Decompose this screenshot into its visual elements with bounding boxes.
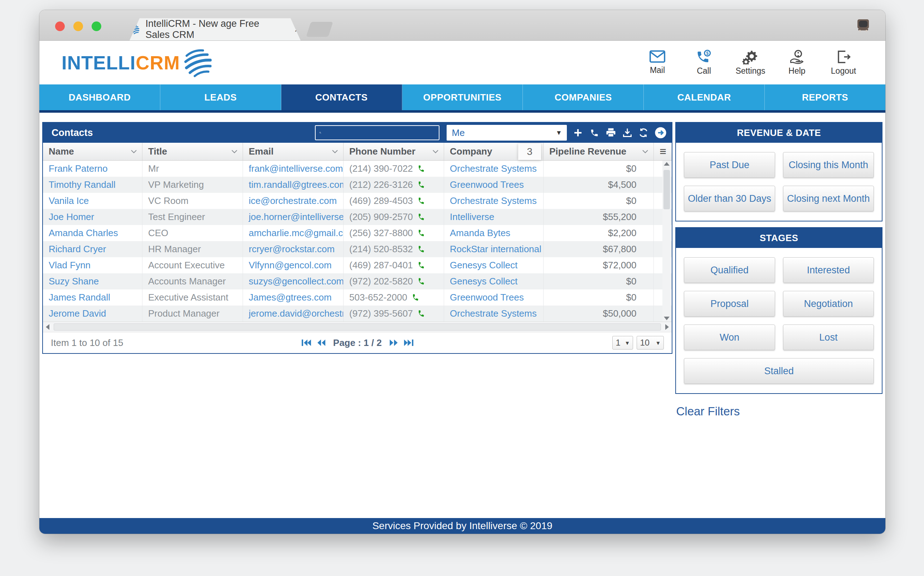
contact-name-link[interactable]: Amanda Charles [43, 225, 143, 241]
contact-company-link[interactable]: Orchestrate Systems [444, 161, 544, 177]
phone-call-icon[interactable] [412, 293, 420, 302]
call-tool-button[interactable] [589, 128, 599, 138]
filter-button-older-than-30-days[interactable]: Older than 30 Days [684, 186, 775, 211]
phone-call-icon[interactable] [417, 197, 426, 205]
print-button[interactable] [605, 128, 616, 138]
chevron-down-icon[interactable] [432, 150, 439, 154]
logout-button[interactable]: Logout [830, 50, 857, 76]
table-row[interactable]: Amanda Charles CEO amcharlie.mc@gmail.co… [43, 225, 672, 241]
scroll-down-icon[interactable] [664, 317, 669, 320]
clear-filters-link[interactable]: Clear Filters [676, 405, 740, 418]
nav-tab-opportunities[interactable]: OPPORTUNITIES [402, 85, 523, 110]
filter-button-closing-this-month[interactable]: Closing this Month [783, 152, 874, 178]
first-page-button[interactable] [301, 338, 312, 347]
page-number-select[interactable]: 1 ▼ [612, 336, 633, 350]
contact-name-link[interactable]: Joe Homer [43, 209, 143, 225]
scroll-right-icon[interactable] [665, 324, 669, 330]
filter-button-lost[interactable]: Lost [783, 325, 874, 350]
horizontal-scroll-thumb[interactable] [54, 323, 661, 331]
contact-name-link[interactable]: Frank Paterno [43, 161, 143, 177]
contact-email-link[interactable]: frank@intelliverse.com [243, 161, 344, 177]
search-box[interactable] [315, 125, 439, 140]
chevron-down-icon[interactable] [231, 150, 238, 154]
call-button[interactable]: $ Call [690, 50, 718, 76]
contact-company-link[interactable]: Greenwood Trees [444, 177, 544, 193]
contact-company-link[interactable]: Amanda Bytes [444, 225, 544, 241]
table-row[interactable]: James Randall Executive Assistant James@… [43, 290, 672, 306]
contact-email-link[interactable]: joe.horner@intelliverse.c... [243, 209, 344, 225]
export-button[interactable] [622, 128, 633, 138]
contact-email-link[interactable]: tim.randall@gtrees.com [243, 177, 344, 193]
column-header-name[interactable]: Name [43, 143, 143, 160]
prev-page-button[interactable] [317, 338, 326, 347]
contact-email-link[interactable]: jerome.david@orchestra... [243, 306, 344, 322]
tab-close-icon[interactable]: × [294, 23, 301, 35]
contact-company-link[interactable]: RockStar international [444, 241, 544, 257]
filter-button-closing-next-month[interactable]: Closing next Month [783, 186, 874, 211]
contact-name-link[interactable]: Richard Cryer [43, 241, 143, 257]
table-row[interactable]: Vlad Fynn Account Executive Vlfynn@genco… [43, 257, 672, 273]
nav-tab-leads[interactable]: LEADS [160, 85, 281, 110]
next-page-button[interactable] [389, 338, 398, 347]
add-contact-button[interactable] [573, 127, 583, 138]
contact-company-link[interactable]: Orchestrate Systems [444, 193, 544, 209]
column-header-phone-number[interactable]: Phone Number [344, 143, 444, 160]
contact-company-link[interactable]: Genesys Collect [444, 273, 544, 290]
table-row[interactable]: Jerome David Product Manager jerome.davi… [43, 306, 672, 322]
nav-tab-companies[interactable]: COMPANIES [523, 85, 644, 110]
contact-name-link[interactable]: Timothy Randall [43, 177, 143, 193]
go-button[interactable] [655, 126, 667, 139]
scroll-up-icon[interactable] [664, 162, 669, 166]
contact-company-link[interactable]: Intelliverse [444, 209, 544, 225]
phone-call-icon[interactable] [417, 165, 426, 173]
minimize-window-button[interactable] [74, 21, 83, 31]
last-page-button[interactable] [403, 338, 414, 347]
column-header-title[interactable]: Title [143, 143, 243, 160]
contact-company-link[interactable]: Genesys Collect [444, 257, 544, 273]
filter-button-negotiation[interactable]: Negotiation [783, 291, 874, 317]
phone-call-icon[interactable] [417, 213, 426, 221]
phone-call-icon[interactable] [417, 229, 426, 238]
contact-email-link[interactable]: ice@orchestrate.com [243, 193, 344, 209]
phone-call-icon[interactable] [417, 181, 426, 189]
contact-name-link[interactable]: Vlad Fynn [43, 257, 143, 273]
filter-button-qualified[interactable]: Qualified [684, 257, 775, 283]
search-input[interactable] [324, 128, 435, 138]
refresh-button[interactable] [639, 128, 649, 138]
column-header-email[interactable]: Email [243, 143, 344, 160]
contact-name-link[interactable]: Vanila Ice [43, 193, 143, 209]
nav-tab-reports[interactable]: REPORTS [765, 85, 886, 110]
contact-name-link[interactable]: James Randall [43, 290, 143, 306]
chevron-down-icon[interactable] [332, 150, 338, 154]
column-header-pipeline-revenue[interactable]: Pipeline Revenue [544, 143, 654, 160]
vertical-scroll-thumb[interactable] [663, 170, 670, 209]
scroll-left-icon[interactable] [46, 324, 50, 330]
filter-button-interested[interactable]: Interested [783, 257, 874, 283]
mail-button[interactable]: Mail [644, 50, 671, 76]
vertical-scrollbar[interactable] [662, 161, 671, 322]
owner-filter-select[interactable]: Me ▼ [447, 125, 567, 141]
filter-button-won[interactable]: Won [684, 325, 775, 350]
phone-call-icon[interactable] [417, 309, 426, 318]
column-menu-icon[interactable]: ≡ [654, 143, 672, 160]
contact-email-link[interactable]: James@gtrees.com [243, 290, 344, 306]
new-tab-button[interactable] [306, 22, 333, 37]
settings-button[interactable]: Settings [737, 50, 764, 76]
chevron-down-icon[interactable] [642, 150, 649, 154]
table-row[interactable]: Timothy Randall VP Marketing tim.randall… [43, 177, 672, 193]
contact-company-link[interactable]: Orchestrate Systems [444, 306, 544, 322]
filter-button-proposal[interactable]: Proposal [684, 291, 775, 317]
horizontal-scrollbar[interactable] [43, 322, 672, 332]
table-row[interactable]: Richard Cryer HR Manager rcryer@rockstar… [43, 241, 672, 257]
nav-tab-contacts[interactable]: CONTACTS [281, 85, 402, 110]
contact-company-link[interactable]: Greenwood Trees [444, 290, 544, 306]
contact-email-link[interactable]: rcryer@rockstar.com [243, 241, 344, 257]
contact-email-link[interactable]: amcharlie.mc@gmail.com [243, 225, 344, 241]
nav-tab-calendar[interactable]: CALENDAR [644, 85, 765, 110]
contact-email-link[interactable]: suzys@gencollect.com [243, 273, 344, 290]
filter-button-past-due[interactable]: Past Due [684, 152, 775, 178]
close-window-button[interactable] [55, 21, 65, 31]
maximize-window-button[interactable] [91, 21, 101, 31]
browser-tab[interactable]: IntelliCRM - New age Free Sales CRM × [130, 18, 301, 40]
nav-tab-dashboard[interactable]: DASHBOARD [39, 85, 160, 110]
